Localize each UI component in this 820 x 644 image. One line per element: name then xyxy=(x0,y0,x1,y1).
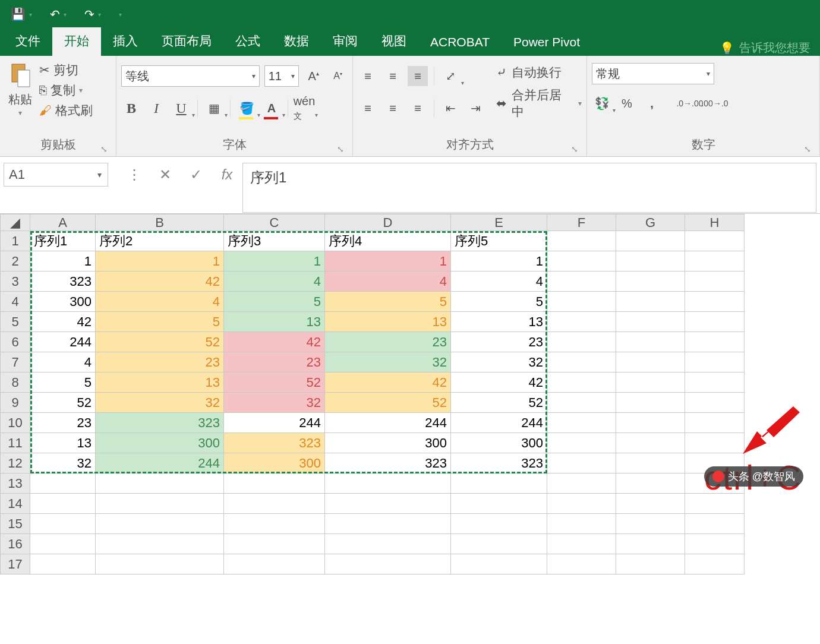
cell-E1[interactable]: 序列5 xyxy=(451,231,547,251)
cell-D11[interactable]: 300 xyxy=(325,433,451,453)
accept-formula-button[interactable]: ✓ xyxy=(181,163,212,187)
tab-data[interactable]: 数据 xyxy=(272,27,321,56)
cell-G8[interactable] xyxy=(616,372,685,393)
cell-E5[interactable]: 13 xyxy=(451,312,547,332)
cell-D9[interactable]: 52 xyxy=(325,393,451,413)
cell-B3[interactable]: 42 xyxy=(96,272,224,292)
cell-E15[interactable] xyxy=(451,514,547,534)
cell-F10[interactable] xyxy=(547,413,616,433)
cell-A16[interactable] xyxy=(30,534,96,554)
cell-B16[interactable] xyxy=(96,534,224,554)
cell-B4[interactable]: 4 xyxy=(96,292,224,312)
cell-A15[interactable] xyxy=(30,514,96,534)
cell-B13[interactable] xyxy=(96,473,224,494)
col-header-F[interactable]: F xyxy=(547,214,616,231)
cell-H2[interactable] xyxy=(685,251,745,272)
alignment-dialog-launcher[interactable]: ⤡ xyxy=(571,144,578,154)
cell-A12[interactable]: 32 xyxy=(30,453,96,473)
row-header-16[interactable]: 16 xyxy=(1,534,30,554)
cell-E6[interactable]: 23 xyxy=(451,332,547,352)
col-header-C[interactable]: C xyxy=(224,214,325,231)
cell-F4[interactable] xyxy=(547,292,616,312)
cell-D13[interactable] xyxy=(325,473,451,494)
font-size-select[interactable]: 11▾ xyxy=(264,65,299,87)
cell-E2[interactable]: 1 xyxy=(451,251,547,272)
cell-A8[interactable]: 5 xyxy=(30,372,96,393)
cell-G3[interactable] xyxy=(616,272,685,292)
paste-button[interactable]: 粘贴 ▾ xyxy=(5,59,36,118)
cell-E17[interactable] xyxy=(451,554,547,574)
number-dialog-launcher[interactable]: ⤡ xyxy=(804,144,811,154)
tab-insert[interactable]: 插入 xyxy=(101,27,150,56)
cell-D15[interactable] xyxy=(325,514,451,534)
cell-F6[interactable] xyxy=(547,332,616,352)
cell-A4[interactable]: 300 xyxy=(30,292,96,312)
cell-A10[interactable]: 23 xyxy=(30,413,96,433)
row-header-11[interactable]: 11 xyxy=(1,433,30,453)
tab-review[interactable]: 审阅 xyxy=(321,27,370,56)
row-header-1[interactable]: 1 xyxy=(1,231,30,251)
merge-center-button[interactable]: ⬌合并后居中▾ xyxy=(496,87,582,120)
cell-F7[interactable] xyxy=(547,352,616,372)
cell-F9[interactable] xyxy=(547,393,616,413)
cell-G13[interactable] xyxy=(616,473,685,494)
name-box[interactable]: ▾ xyxy=(4,163,108,187)
cell-C14[interactable] xyxy=(224,494,325,514)
cell-E9[interactable]: 52 xyxy=(451,393,547,413)
cell-F1[interactable] xyxy=(547,231,616,251)
cell-B15[interactable] xyxy=(96,514,224,534)
cell-F2[interactable] xyxy=(547,251,616,272)
row-header-3[interactable]: 3 xyxy=(1,272,30,292)
accounting-button[interactable]: 💱▾ xyxy=(592,93,612,113)
row-header-6[interactable]: 6 xyxy=(1,332,30,352)
cell-C2[interactable]: 1 xyxy=(224,251,325,272)
spreadsheet-grid[interactable]: ◢ABCDEFGH1序列1序列2序列3序列4序列5211111332342444… xyxy=(0,214,820,574)
phonetic-button[interactable]: wén文▾ xyxy=(294,98,314,118)
row-header-8[interactable]: 8 xyxy=(1,372,30,393)
font-name-select[interactable]: 等线▾ xyxy=(121,65,260,87)
cell-A3[interactable]: 323 xyxy=(30,272,96,292)
cell-B14[interactable] xyxy=(96,494,224,514)
tab-layout[interactable]: 页面布局 xyxy=(150,27,223,56)
cell-C9[interactable]: 32 xyxy=(224,393,325,413)
col-header-A[interactable]: A xyxy=(30,214,96,231)
insert-function-button[interactable]: fx xyxy=(212,163,242,187)
cell-H3[interactable] xyxy=(685,272,745,292)
cell-C11[interactable]: 323 xyxy=(224,433,325,453)
cell-G17[interactable] xyxy=(616,554,685,574)
cell-F12[interactable] xyxy=(547,453,616,473)
row-header-10[interactable]: 10 xyxy=(1,413,30,433)
cell-G15[interactable] xyxy=(616,514,685,534)
cell-G7[interactable] xyxy=(616,352,685,372)
cell-F14[interactable] xyxy=(547,494,616,514)
col-header-B[interactable]: B xyxy=(96,214,224,231)
cell-D2[interactable]: 1 xyxy=(325,251,451,272)
cell-G16[interactable] xyxy=(616,534,685,554)
cell-C3[interactable]: 4 xyxy=(224,272,325,292)
align-top-button[interactable]: ≡ xyxy=(358,66,378,86)
col-header-H[interactable]: H xyxy=(685,214,745,231)
row-header-5[interactable]: 5 xyxy=(1,312,30,332)
cell-G12[interactable] xyxy=(616,453,685,473)
cell-A5[interactable]: 42 xyxy=(30,312,96,332)
bold-button[interactable]: B xyxy=(121,98,141,118)
cell-E12[interactable]: 323 xyxy=(451,453,547,473)
wrap-text-button[interactable]: ⤶自动换行 xyxy=(496,64,582,81)
cell-F11[interactable] xyxy=(547,433,616,453)
font-color-button[interactable]: A▾ xyxy=(261,98,282,118)
cell-D4[interactable]: 5 xyxy=(325,292,451,312)
cell-D1[interactable]: 序列4 xyxy=(325,231,451,251)
cell-E7[interactable]: 32 xyxy=(451,352,547,372)
row-header-17[interactable]: 17 xyxy=(1,554,30,574)
cell-A11[interactable]: 13 xyxy=(30,433,96,453)
align-middle-button[interactable]: ≡ xyxy=(383,66,403,86)
cell-F13[interactable] xyxy=(547,473,616,494)
cell-E11[interactable]: 300 xyxy=(451,433,547,453)
comma-button[interactable]: , xyxy=(642,93,662,113)
row-header-14[interactable]: 14 xyxy=(1,494,30,514)
cell-D10[interactable]: 244 xyxy=(325,413,451,433)
cell-A2[interactable]: 1 xyxy=(30,251,96,272)
row-header-9[interactable]: 9 xyxy=(1,393,30,413)
cell-B17[interactable] xyxy=(96,554,224,574)
formula-input[interactable]: 序列1 xyxy=(242,163,816,213)
